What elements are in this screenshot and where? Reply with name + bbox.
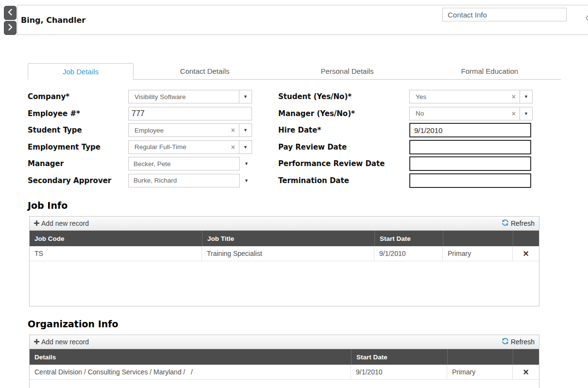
pay-review-date-label: Pay Review Date [278,143,409,152]
student-yesno-value: Yes [416,93,426,101]
column-header-start-date[interactable]: Start Date [351,349,447,365]
job-info-table-row[interactable]: TS Training Specialist 9/1/2010 Primary … [30,246,539,261]
field-row-company: Company* Visibility Software ▼ [28,88,261,105]
column-header-start-date[interactable]: Start Date [374,231,443,246]
student-type-label: Student Type [28,126,128,135]
job-info-refresh-button[interactable]: Refresh [502,219,535,228]
company-label: Company* [28,92,128,101]
employment-type-dropdown-arrow[interactable]: ▼ [239,140,252,154]
performance-review-date-input[interactable] [409,156,531,171]
column-header-primary [447,349,513,365]
company-value: Visibility Software [134,93,186,101]
chevron-down-icon: ▼ [524,94,528,99]
start-date-cell: 9/1/2010 [374,246,443,261]
tab-personal-details[interactable]: Personal Details [276,64,418,79]
tab-job-details[interactable]: Job Details [28,63,134,80]
delete-row-cell: × [513,365,539,379]
secondary-approver-label: Secondary Approver [28,176,128,185]
primary-cell: Primary [443,246,513,261]
company-dropdown-arrow[interactable]: ▼ [239,90,252,103]
manager-yesno-dropdown-arrow[interactable]: ▼ [520,107,533,120]
performance-review-date-label: Performance Review Date [278,159,409,168]
job-code-cell: TS [30,246,202,261]
field-row-pay-review-date: Pay Review Date [278,139,536,156]
job-info-grid: Add new record Refresh Job Code Job Titl… [29,216,539,306]
secondary-approver-combobox[interactable]: Burke, Richard ▼ [128,174,249,187]
student-type-value: Employee [134,127,164,134]
hire-date-input[interactable] [409,123,531,137]
record-nav-buttons [4,6,17,36]
column-header-details[interactable]: Details [30,349,351,365]
employment-type-combobox[interactable]: Regular Full-Time × ▼ [128,140,252,154]
student-type-combobox[interactable]: Employee × ▼ [128,123,252,137]
refresh-icon [502,219,509,228]
job-info-header-row: Job Code Job Title Start Date [30,231,539,246]
field-row-manager-yesno: Manager (Yes/No)* No × ▼ [278,105,536,122]
pay-review-date-input[interactable] [409,140,531,154]
chevron-down-icon[interactable]: ▼ [244,178,249,183]
field-row-employment-type: Employment Type Regular Full-Time × ▼ [28,139,261,156]
employee-name-title: Bing, Chandler [21,16,85,25]
job-info-add-new-record-button[interactable]: Add new record [34,219,89,227]
delete-icon[interactable]: × [523,249,529,258]
column-header-primary [443,231,513,246]
details-cell: Central Division / Consulting Services /… [30,365,351,379]
chevron-down-icon[interactable]: ▼ [244,161,249,166]
plus-icon [34,338,39,346]
employee-number-input[interactable] [128,107,252,120]
column-header-actions [513,349,539,365]
column-header-job-title[interactable]: Job Title [202,231,374,246]
hire-date-label: Hire Date* [278,126,409,135]
chevron-right-icon [7,24,13,33]
manager-combobox[interactable]: Becker, Pete ▼ [128,157,249,170]
manager-yesno-value: No [416,110,424,117]
column-header-job-code[interactable]: Job Code [30,231,202,246]
chevron-left-icon [7,9,13,17]
field-row-performance-review-date: Performance Review Date [278,155,536,172]
student-yesno-combobox[interactable]: Yes × ▼ [409,90,533,103]
field-row-employee-number: Employee #* [28,105,261,122]
employment-type-label: Employment Type [28,143,128,152]
chevron-down-icon: ▼ [524,111,528,116]
tab-contact-details[interactable]: Contact Details [134,64,276,79]
manager-value: Becker, Pete [134,160,171,168]
organization-info-table-row[interactable]: Central Division / Consulting Services /… [30,365,539,380]
employment-type-value: Regular Full-Time [134,143,186,151]
job-info-title: Job Info [28,200,67,211]
organization-info-header-row: Details Start Date [30,349,539,365]
employee-number-label: Employee #* [28,109,128,118]
contact-info-input[interactable] [442,8,567,21]
delete-icon[interactable]: × [523,367,529,377]
edge-clipped-icon [586,14,588,23]
add-new-record-label: Add new record [41,338,89,346]
organization-info-refresh-button[interactable]: Refresh [502,337,535,346]
student-type-dropdown-arrow[interactable]: ▼ [239,123,252,137]
student-yesno-dropdown-arrow[interactable]: ▼ [520,90,533,103]
field-row-student-type: Student Type Employee × ▼ [28,122,261,139]
refresh-icon [502,337,509,346]
previous-record-button[interactable] [4,6,17,20]
add-new-record-label: Add new record [41,219,89,227]
manager-yesno-combobox[interactable]: No × ▼ [409,107,533,120]
organization-info-title: Organization Info [28,319,118,329]
start-date-cell: 9/1/2010 [351,365,447,379]
field-row-termination-date: Termination Date [278,172,536,189]
termination-date-input[interactable] [409,173,531,188]
form-left-column: Company* Visibility Software ▼ Employee … [28,88,261,189]
employee-detail-page: { "header": { "title": "Bing, Chandler",… [0,0,588,388]
delete-row-cell: × [513,246,539,261]
field-row-secondary-approver: Secondary Approver Burke, Richard ▼ [28,172,261,189]
clear-icon[interactable]: × [512,93,520,101]
next-record-button[interactable] [4,21,17,35]
clear-icon[interactable]: × [231,126,239,134]
form-right-column: Student (Yes/No)* Yes × ▼ Manager (Yes/N… [278,88,536,189]
field-row-student-yesno: Student (Yes/No)* Yes × ▼ [278,88,536,105]
detail-tabstrip: Job Details Contact Details Personal Det… [28,64,561,80]
tab-formal-education[interactable]: Formal Education [419,64,561,79]
plus-icon [34,219,39,227]
clear-icon[interactable]: × [231,143,239,151]
company-dropdown[interactable]: Visibility Software ▼ [128,90,252,103]
organization-info-add-new-record-button[interactable]: Add new record [34,338,89,346]
clear-icon[interactable]: × [512,110,520,118]
column-header-actions [513,231,539,246]
